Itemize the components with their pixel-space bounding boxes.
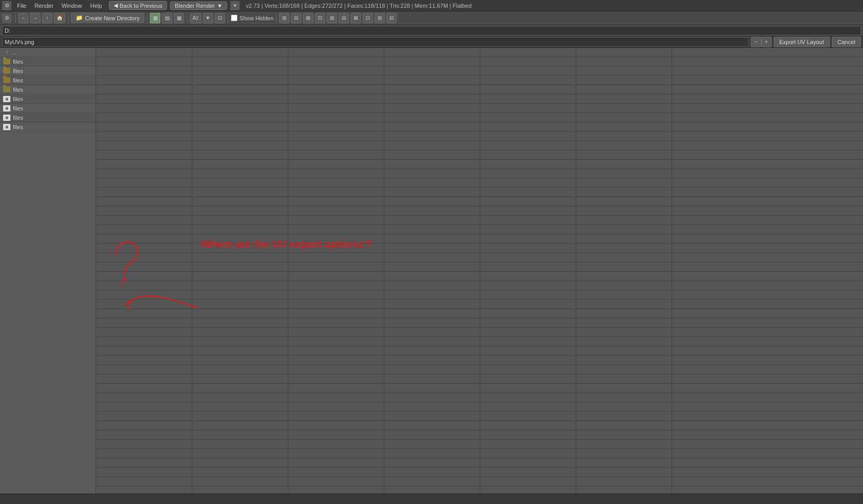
back-arrow-icon: ◀	[114, 2, 118, 9]
blender-logo-icon: ✦	[230, 1, 240, 10]
sort-button[interactable]: Az	[190, 13, 201, 23]
list-item[interactable]: ↑ ..	[0, 48, 95, 57]
list-item[interactable]: files	[0, 76, 95, 85]
file-name: files	[13, 68, 23, 74]
folder-icon	[3, 58, 10, 65]
sep6	[276, 13, 276, 23]
btn8[interactable]: ⊡	[363, 13, 373, 23]
file-name: files	[13, 105, 23, 111]
file-name: files	[13, 115, 23, 121]
sort-label: Az	[192, 15, 199, 21]
toolbar: ⚙ ← → ↑ 🏠 📁 Create New Directory ▦ ▤ ▦ A…	[0, 11, 863, 25]
filter-button[interactable]: ▼	[203, 13, 213, 23]
nav-back-button[interactable]: ←	[18, 13, 29, 23]
status-text: v2.73 | Verts:168/168 | Edges:272/272 | …	[246, 3, 471, 9]
col-sep-6	[672, 48, 672, 494]
col-sep-5	[576, 48, 576, 494]
render-dropdown[interactable]: Blender Render ▼	[170, 2, 227, 10]
back-button[interactable]: ◀ Back to Previous	[109, 1, 168, 10]
folder-icon	[3, 77, 10, 84]
filename-input[interactable]	[2, 37, 749, 47]
parent-dir-icon: ↑	[3, 49, 10, 56]
view-list-button[interactable]: ▦	[150, 13, 160, 23]
select-all-button[interactable]: ⊡	[215, 13, 225, 23]
sep2	[68, 13, 68, 23]
back-button-label: Back to Previous	[120, 3, 163, 9]
btn9[interactable]: ⊞	[374, 13, 385, 23]
btn10[interactable]: ⊟	[386, 13, 397, 23]
browser-area: ↑ .. files files files files ▣ files ▣ f…	[0, 48, 863, 494]
menu-bar: ⚙ File Render Window Help ◀ Back to Prev…	[0, 0, 863, 11]
view-columns-button[interactable]: ▤	[162, 13, 172, 23]
file-name: files	[13, 96, 23, 102]
btn5[interactable]: ⊞	[327, 13, 337, 23]
folder-icon	[3, 67, 10, 75]
filter-icon-button[interactable]: ⊞	[279, 13, 289, 23]
btn6[interactable]: ⊟	[339, 13, 349, 23]
sep1	[15, 13, 16, 23]
view-thumbnails-button[interactable]: ▦	[174, 13, 184, 23]
sep5	[228, 13, 228, 23]
path-bar	[0, 25, 863, 36]
toolbar-icon: ⚙	[2, 13, 11, 23]
folder-plus-icon: 📁	[76, 15, 83, 21]
main-content: (function(){ var container = document.qu…	[96, 48, 863, 494]
btn7[interactable]: ⊠	[351, 13, 361, 23]
parent-dir-name: ..	[13, 49, 16, 55]
list-item[interactable]: ▣ files	[0, 94, 95, 104]
cancel-button[interactable]: Cancel	[832, 37, 861, 47]
show-hidden-checkbox[interactable]	[231, 15, 238, 21]
btn4[interactable]: ⊡	[315, 13, 325, 23]
nav-up-button[interactable]: ↑	[42, 13, 52, 23]
path-input[interactable]	[2, 26, 861, 35]
file-panel: ↑ .. files files files files ▣ files ▣ f…	[0, 48, 96, 494]
nav-home-button[interactable]: 🏠	[54, 13, 65, 23]
sep4	[187, 13, 187, 23]
file-name: files	[13, 87, 23, 93]
file-name: files	[13, 77, 23, 83]
folder-icon	[3, 86, 10, 93]
col-sep-3	[384, 48, 384, 494]
btn3[interactable]: ⊠	[303, 13, 313, 23]
create-directory-label: Create New Directory	[85, 15, 140, 21]
show-hidden-label: Show Hidden	[240, 15, 273, 21]
render-dropdown-label: Blender Render	[175, 3, 215, 9]
list-item[interactable]: ▣ files	[0, 113, 95, 122]
list-item[interactable]: files	[0, 66, 95, 76]
nav-forward-button[interactable]: →	[30, 13, 40, 23]
image-icon: ▣	[3, 123, 10, 131]
image-icon: ▣	[3, 105, 10, 112]
col-sep-2	[288, 48, 288, 494]
filename-plus-button[interactable]: +	[761, 37, 772, 47]
menu-window[interactable]: Window	[58, 2, 86, 10]
create-directory-button[interactable]: 📁 Create New Directory	[71, 13, 144, 23]
list-item[interactable]: files	[0, 57, 95, 66]
blender-icon: ⚙	[2, 1, 11, 10]
col-sep-1	[192, 48, 192, 494]
status-bar	[0, 494, 863, 504]
list-item[interactable]: ▣ files	[0, 122, 95, 132]
list-item[interactable]: files	[0, 85, 95, 94]
file-name: files	[13, 124, 23, 130]
file-name: files	[13, 59, 23, 65]
export-uv-button[interactable]: Export UV Layout	[774, 37, 830, 47]
image-icon: ▣	[3, 95, 10, 103]
filename-bar: − + Export UV Layout Cancel	[0, 36, 863, 48]
sep3	[147, 13, 147, 23]
menu-help[interactable]: Help	[87, 2, 106, 10]
filename-minus-button[interactable]: −	[751, 37, 761, 47]
menu-file[interactable]: File	[13, 2, 30, 10]
show-hidden-toggle[interactable]: Show Hidden	[231, 15, 273, 21]
list-item[interactable]: ▣ files	[0, 104, 95, 113]
menu-render[interactable]: Render	[31, 2, 57, 10]
image-icon: ▣	[3, 114, 10, 121]
dropdown-arrow-icon: ▼	[217, 3, 222, 9]
btn2[interactable]: ⊟	[291, 13, 301, 23]
col-sep-4	[480, 48, 480, 494]
